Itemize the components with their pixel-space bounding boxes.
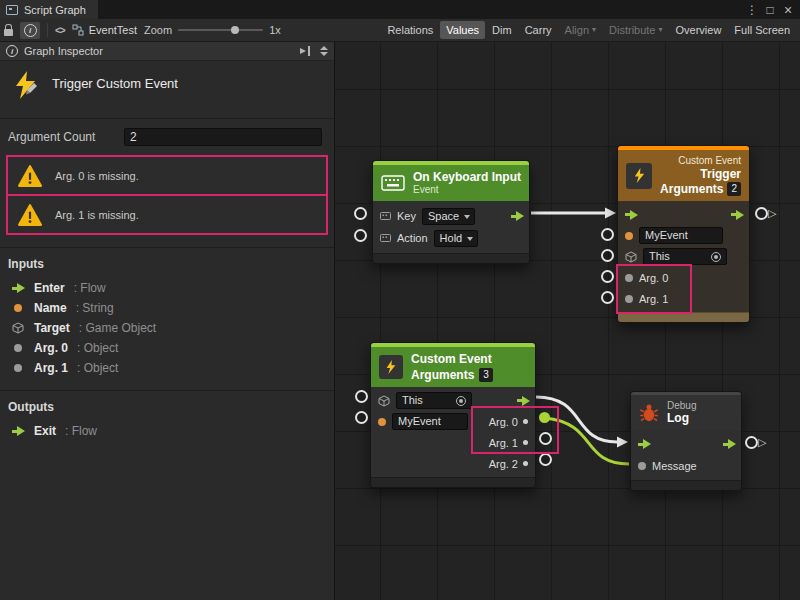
action-row: Action Hold [373,227,529,249]
node-subtitle: Event [413,184,521,196]
flow-output-port[interactable] [731,210,744,220]
value-input-port[interactable] [601,228,614,241]
relations-button[interactable]: Relations [381,21,439,39]
kebab-menu-icon[interactable]: ⋮ [744,2,760,18]
object-port-icon[interactable] [638,462,646,470]
value-output-port[interactable] [539,453,552,466]
keyboard-icon [380,234,391,242]
argument-count-badge: 3 [479,368,493,382]
toolbar-separator [47,23,48,37]
flow-output-port[interactable] [745,436,758,449]
zoom-slider[interactable] [178,29,263,31]
node-category: Custom Event [678,155,741,166]
flow-output-port[interactable] [517,396,530,406]
value-input-port[interactable] [355,390,368,403]
warning-icon [18,165,42,187]
string-port-icon[interactable] [625,232,633,240]
wire-arrowhead [617,437,628,448]
values-button[interactable]: Values [440,21,485,39]
graph-inspector-panel: i Graph Inspector Trigger Custom Event A… [0,42,335,600]
value-input-port[interactable] [601,291,614,304]
node-debug-log[interactable]: Debug Log Message [630,391,742,491]
value-output-port[interactable] [523,461,528,466]
lock-icon[interactable] [4,29,13,36]
action-dropdown[interactable]: Hold [434,230,479,247]
gameobject-cube-icon[interactable] [625,251,637,263]
flow-input-port[interactable] [625,210,638,220]
flow-output-port[interactable] [723,439,736,449]
key-row: Key Space [373,205,529,227]
fullscreen-button[interactable]: Full Screen [728,21,796,39]
zoom-slider-handle[interactable] [231,26,239,34]
value-input-port[interactable] [355,411,368,424]
string-port-icon[interactable] [378,418,386,426]
node-category: Custom Event [411,352,493,366]
zoom-value: 1x [269,24,281,36]
unconnected-flow-icon: ▷ [758,437,766,448]
flow-input-port[interactable] [638,439,651,449]
flow-port-icon [12,426,25,436]
value-input-port[interactable] [354,207,367,220]
outputs-header: Outputs [0,391,334,421]
arg-label: Arg. 2 [489,458,518,470]
dock-icon[interactable] [300,46,312,56]
key-dropdown[interactable]: Space [422,208,475,225]
value-input-port[interactable] [601,270,614,283]
close-icon[interactable]: × [780,2,796,18]
inspector-header-label: Graph Inspector [24,45,103,57]
string-port-icon [14,304,22,312]
graph-canvas[interactable]: On Keyboard Input Event Key Space Action… [335,42,800,600]
graph-breadcrumb[interactable]: EventTest [72,24,137,36]
value-input-port[interactable] [601,249,614,262]
argument-count-input[interactable] [124,128,322,146]
object-picker-icon[interactable] [711,252,721,262]
tab-script-graph[interactable]: Script Graph [0,0,98,19]
asset-name: EventTest [89,24,137,36]
zoom-label: Zoom [144,24,172,36]
node-header: Debug Log [631,395,741,430]
node-category: Debug [667,400,696,411]
gameobject-cube-icon[interactable] [378,395,390,407]
align-button[interactable]: Align▾ [559,21,602,39]
distribute-button[interactable]: Distribute▾ [603,21,668,39]
overview-button[interactable]: Overview [670,21,728,39]
wire-arrowhead [605,208,616,219]
argument-count-badge: 2 [727,182,741,196]
value-input-port[interactable] [354,229,367,242]
presets-spinner-icon[interactable] [320,46,328,56]
object-picker-icon[interactable] [456,396,466,406]
flow-output-port[interactable] [511,211,524,221]
warning-box: Arg. 0 is missing. [6,155,328,196]
input-row-enter: EnterFlow [0,278,334,298]
inspector-toggle-button[interactable]: i [20,22,40,39]
node-title-line2: Arguments [660,182,723,196]
inputs-header: Inputs [0,248,334,278]
code-view-icon[interactable]: <> [55,25,65,36]
zoom-control: Zoom 1x [144,24,281,36]
node-title: On Keyboard Input [413,170,521,184]
dim-button[interactable]: Dim [486,21,518,39]
event-name-field[interactable]: MyEvent [639,227,723,244]
flow-output-port[interactable] [755,207,768,220]
argument-count-label: Argument Count [8,130,116,144]
target-field[interactable]: This [643,248,727,265]
keyboard-icon [380,212,391,220]
message-row: Message [631,455,741,477]
script-graph-icon [72,24,84,36]
event-name-field[interactable]: MyEvent [392,413,468,430]
carry-button[interactable]: Carry [519,21,558,39]
node-on-keyboard-input[interactable]: On Keyboard Input Event Key Space Action… [372,160,530,264]
chevron-down-icon: ▾ [659,21,663,39]
node-title: Arguments [411,368,474,382]
custom-event-bolt-icon [632,168,647,183]
keyboard-icon [381,175,405,191]
maximize-icon[interactable]: □ [762,2,778,18]
toolbar: i <> EventTest Zoom 1x Relations Values … [0,19,800,42]
target-field[interactable]: This [396,392,472,409]
gameobject-cube-icon [12,322,24,334]
args-highlight [471,406,559,454]
node-footer [371,477,535,487]
input-row-arg0: Arg. 0Object [0,338,334,358]
argument-count-row: Argument Count [0,119,334,155]
node-header: Custom Event Trigger Arguments 2 [618,150,749,201]
